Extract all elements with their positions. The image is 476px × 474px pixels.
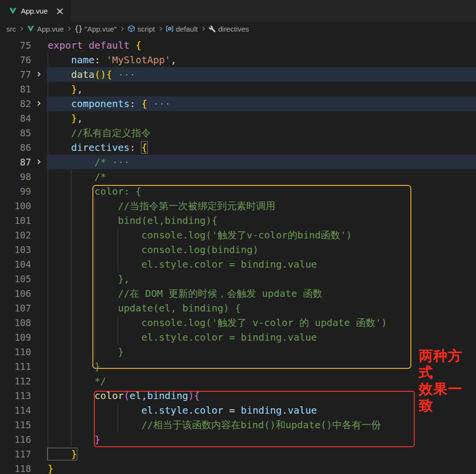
- code-text[interactable]: name: 'MySlotApp',: [47, 53, 476, 67]
- line-number: 107: [0, 301, 31, 315]
- fold-cell: [31, 96, 47, 111]
- gutter: 77: [0, 67, 47, 82]
- code-text[interactable]: //私有自定义指令: [47, 126, 476, 140]
- line-number: 114: [0, 403, 31, 418]
- line-number: 112: [0, 374, 31, 388]
- code-line: 104 el.style.color = binding.value: [0, 257, 476, 272]
- code-line: 77 data(){ ···: [0, 67, 476, 82]
- code-text[interactable]: */: [47, 374, 476, 388]
- breadcrumb-item-default[interactable]: default: [166, 25, 198, 33]
- gutter: 104: [0, 257, 47, 272]
- fold-cell: [31, 126, 47, 140]
- gutter: 87: [0, 155, 47, 169]
- code-text[interactable]: }: [47, 345, 476, 359]
- line-number: 77: [0, 67, 31, 82]
- code-text[interactable]: data(){ ···: [47, 67, 476, 82]
- breadcrumb-item-directives[interactable]: directives: [209, 25, 249, 33]
- breadcrumb-item-src[interactable]: src: [6, 25, 16, 33]
- code-line: 108 console.log('触发了 v-color 的 update 函数…: [0, 315, 476, 330]
- code-text[interactable]: el.style.color = binding.value: [47, 330, 476, 345]
- code-text[interactable]: //相当于该函数内容在bind()和update()中各有一份: [47, 418, 476, 432]
- fold-cell: [31, 330, 47, 345]
- code-rows: 75export default {76 name: 'MySlotApp',7…: [0, 38, 476, 474]
- gutter: 105: [0, 272, 47, 286]
- code-text[interactable]: console.log('触发了v-color的bind函数'): [47, 228, 476, 242]
- code-line: 111 }: [0, 359, 476, 374]
- code-text[interactable]: /*: [47, 169, 476, 184]
- fold-cell: [31, 140, 47, 155]
- code-editor: 75export default {76 name: 'MySlotApp',7…: [0, 36, 476, 474]
- chevron-right-icon: [158, 27, 161, 31]
- code-text[interactable]: }: [47, 447, 476, 461]
- line-number: 115: [0, 418, 31, 432]
- line-number: 110: [0, 345, 31, 359]
- gutter: 82: [0, 96, 47, 111]
- gutter: 113: [0, 388, 47, 403]
- code-text[interactable]: update(el, binding) {: [47, 301, 476, 315]
- fold-cell: [31, 272, 47, 286]
- line-number: 104: [0, 257, 31, 272]
- line-number: 103: [0, 242, 31, 257]
- code-text[interactable]: bind(el,binding){: [47, 213, 476, 228]
- line-number: 108: [0, 315, 31, 330]
- fold-cell: [31, 388, 47, 403]
- fold-cell: [31, 447, 47, 461]
- fold-cell: [31, 286, 47, 301]
- code-text[interactable]: }: [47, 461, 476, 474]
- code-text[interactable]: directives: {: [47, 140, 476, 155]
- line-number: 111: [0, 359, 31, 374]
- code-text[interactable]: color(el,binding){: [47, 388, 476, 403]
- fold-cell: [31, 418, 47, 432]
- code-text[interactable]: },: [47, 272, 476, 286]
- code-line: 87 /* ···: [0, 155, 476, 169]
- code-line: 113 color(el,binding){: [0, 388, 476, 403]
- fold-chevron-icon[interactable]: [36, 160, 41, 164]
- wrench-icon: [209, 25, 216, 33]
- code-line: 82 components: { ···: [0, 96, 476, 111]
- tab-app-vue[interactable]: App.vue ×: [0, 0, 71, 22]
- code-text[interactable]: },: [47, 82, 476, 96]
- fold-cell: [31, 67, 47, 82]
- close-icon[interactable]: ×: [55, 6, 64, 17]
- line-number: 109: [0, 330, 31, 345]
- code-text[interactable]: /* ···: [47, 155, 476, 169]
- breadcrumb-item-script[interactable]: script: [127, 25, 155, 33]
- line-number: 81: [0, 82, 31, 96]
- code-text[interactable]: //在 DOM 更新的时候，会触发 update 函数: [47, 286, 476, 301]
- line-number: 118: [0, 461, 31, 474]
- gutter: 106: [0, 286, 47, 301]
- breadcrumb-item-app-vue-quoted[interactable]: {} "App.vue": [74, 24, 117, 33]
- fold-chevron-icon[interactable]: [36, 101, 41, 106]
- code-text[interactable]: //当指令第一次被绑定到元素时调用: [47, 199, 476, 213]
- fold-cell: [31, 432, 47, 447]
- fold-cell: [31, 345, 47, 359]
- fold-cell: [31, 53, 47, 67]
- gutter: 115: [0, 418, 47, 432]
- code-line: 112 */: [0, 374, 476, 388]
- gutter: 103: [0, 242, 47, 257]
- code-line: 106 //在 DOM 更新的时候，会触发 update 函数: [0, 286, 476, 301]
- gutter: 100: [0, 199, 47, 213]
- fold-cell: [31, 199, 47, 213]
- code-text[interactable]: console.log('触发了 v-color 的 update 函数'): [47, 315, 476, 330]
- code-text[interactable]: components: { ···: [47, 96, 476, 111]
- code-text[interactable]: },: [47, 111, 476, 126]
- breadcrumb-item-app-vue[interactable]: App.vue: [27, 25, 64, 33]
- gutter: 81: [0, 82, 47, 96]
- code-line: 107 update(el, binding) {: [0, 301, 476, 315]
- code-text[interactable]: export default {: [47, 38, 476, 53]
- line-number: 99: [0, 184, 31, 199]
- code-text[interactable]: color: {: [47, 184, 476, 199]
- gutter: 108: [0, 315, 47, 330]
- code-text[interactable]: el.style.color = binding.value: [47, 257, 476, 272]
- code-text[interactable]: }: [47, 432, 476, 447]
- code-line: 84 },: [0, 111, 476, 126]
- fold-chevron-icon[interactable]: [36, 72, 41, 77]
- code-text[interactable]: el.style.color = binding.value: [47, 403, 476, 418]
- line-number: 75: [0, 38, 31, 53]
- line-number: 82: [0, 96, 31, 111]
- code-text[interactable]: console.log(binding): [47, 242, 476, 257]
- code-text[interactable]: }: [47, 359, 476, 374]
- fold-cell: [31, 359, 47, 374]
- code-line: 110 }: [0, 345, 476, 359]
